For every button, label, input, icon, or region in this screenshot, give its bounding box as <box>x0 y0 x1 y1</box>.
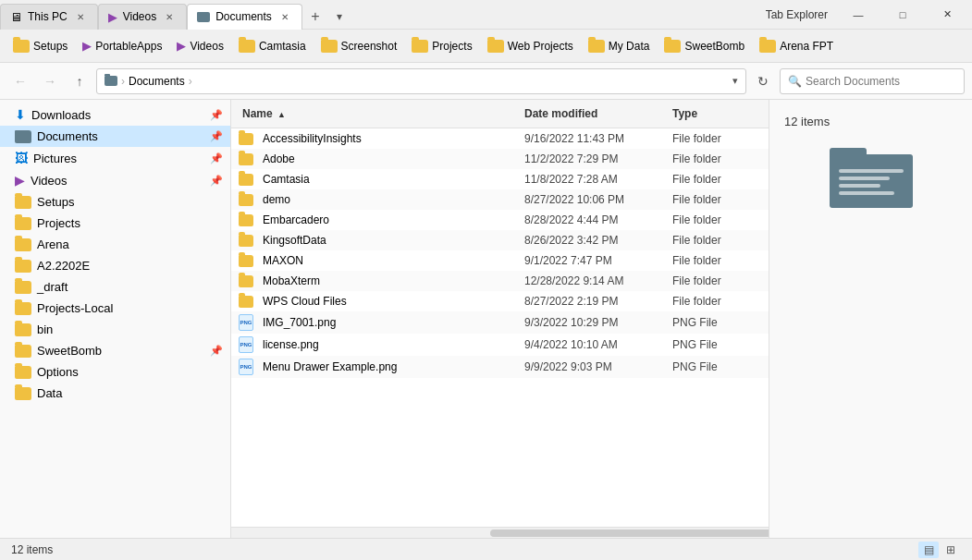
qa-webprojects-icon <box>487 40 504 53</box>
projectslocal-folder-icon <box>15 302 31 315</box>
qa-portableapps[interactable]: ▶ PortableApps <box>77 37 167 55</box>
qa-sweetbomb[interactable]: SweetBomb <box>658 38 750 55</box>
sidebar-options-label: Options <box>37 365 79 379</box>
sidebar-item-pictures[interactable]: 🖼 Pictures 📌 <box>0 147 230 169</box>
pin-icon-sweetbomb: 📌 <box>210 345 223 357</box>
sidebar-item-videos[interactable]: ▶ Videos 📌 <box>0 169 230 191</box>
table-row[interactable]: WPS Cloud Files 8/27/2022 2:19 PM File f… <box>231 291 769 311</box>
file-date-3: 8/27/2022 10:06 PM <box>521 192 669 207</box>
qa-mydata[interactable]: My Data <box>583 38 656 55</box>
col-type-header[interactable]: Type <box>669 103 761 124</box>
tab-videos-close[interactable]: ✕ <box>162 9 177 24</box>
sidebar-item-setups[interactable]: Setups <box>0 191 230 213</box>
table-row[interactable]: MAXON 9/1/2022 7:47 PM File folder <box>231 250 769 271</box>
address-bar[interactable]: › Documents › ▾ <box>96 68 746 94</box>
sort-arrow: ▲ <box>277 110 286 119</box>
maximize-button[interactable]: □ <box>881 0 924 30</box>
file-name-2: Camtasia <box>259 172 521 187</box>
sidebar-item-draft[interactable]: _draft <box>0 276 230 298</box>
file-type-5: File folder <box>669 233 761 248</box>
sweetbomb-folder-icon <box>15 345 31 358</box>
tab-thispc[interactable]: 🖥 This PC ✕ <box>0 4 98 30</box>
table-row[interactable]: demo 8/27/2022 10:06 PM File folder <box>231 189 769 210</box>
table-row[interactable]: KingsoftData 8/26/2022 3:42 PM File fold… <box>231 230 769 250</box>
file-name-10: license.png <box>259 337 521 352</box>
view-list-button[interactable]: ▤ <box>918 542 939 558</box>
table-row[interactable]: PNG Menu Drawer Example.png 9/9/2022 9:0… <box>231 356 769 378</box>
table-row[interactable]: AccessibilityInsights 9/16/2022 11:43 PM… <box>231 128 769 149</box>
back-button[interactable]: ← <box>7 68 33 94</box>
sidebar-item-documents[interactable]: Documents 📌 <box>0 126 230 147</box>
draft-folder-icon <box>15 281 31 294</box>
qa-webprojects[interactable]: Web Projects <box>482 38 579 55</box>
file-type-10: PNG File <box>669 337 761 352</box>
tab-videos[interactable]: ▶ Videos ✕ <box>98 4 187 30</box>
sidebar-sweetbomb-label: SweetBomb <box>37 344 102 358</box>
sidebar-item-projects-local[interactable]: Projects-Local <box>0 298 230 319</box>
tab-overflow-button[interactable]: ▾ <box>328 4 351 30</box>
qa-videos[interactable]: ▶ Videos <box>171 37 228 55</box>
file-date-2: 11/8/2022 7:28 AM <box>521 172 669 187</box>
table-row[interactable]: PNG IMG_7001.png 9/3/2022 10:29 PM PNG F… <box>231 311 769 334</box>
minimize-button[interactable]: — <box>837 0 880 30</box>
qa-projects-label: Projects <box>432 40 472 53</box>
sidebar-item-sweetbomb[interactable]: SweetBomb 📌 <box>0 340 230 361</box>
up-button[interactable]: ↑ <box>67 68 92 94</box>
qa-videos-icon: ▶ <box>177 39 186 53</box>
tab-documents-close[interactable]: ✕ <box>277 9 292 24</box>
main-area: ⬇ Downloads 📌 Documents 📌 🖼 Pictures 📌 ▶… <box>0 100 972 538</box>
documents-sidebar-icon <box>15 130 31 143</box>
sidebar-item-downloads[interactable]: ⬇ Downloads 📌 <box>0 103 230 126</box>
refresh-button[interactable]: ↻ <box>750 68 776 94</box>
tab-documents-icon <box>197 12 210 22</box>
pin-icon-videos: 📌 <box>210 175 223 187</box>
qa-camtasia[interactable]: Camtasia <box>233 38 312 55</box>
nav-bar: ← → ↑ › Documents › ▾ ↻ 🔍 <box>0 63 972 100</box>
qa-setups-icon <box>13 40 30 53</box>
search-box[interactable]: 🔍 <box>780 68 965 94</box>
qa-arenafpt[interactable]: Arena FPT <box>754 38 839 55</box>
qa-webprojects-label: Web Projects <box>508 40 573 53</box>
status-bar: 12 items ▤ ⊞ <box>0 538 972 560</box>
file-date-11: 9/9/2022 9:03 PM <box>521 359 669 374</box>
file-date-0: 9/16/2022 11:43 PM <box>521 131 669 146</box>
sidebar-item-bin[interactable]: bin <box>0 319 230 340</box>
table-row[interactable]: Adobe 11/2/2022 7:29 PM File folder <box>231 149 769 169</box>
file-type-8: File folder <box>669 294 761 309</box>
arena-folder-icon <box>15 238 31 251</box>
sidebar-a22202e-label: A2.2202E <box>37 259 90 273</box>
file-name-8: WPS Cloud Files <box>259 294 521 309</box>
qa-projects[interactable]: Projects <box>406 38 477 55</box>
qa-screenshot[interactable]: Screenshot <box>315 38 403 55</box>
scrollbar-thumb[interactable] <box>490 530 769 537</box>
forward-button[interactable]: → <box>37 68 63 94</box>
tab-documents[interactable]: Documents ✕ <box>187 4 302 30</box>
close-button[interactable]: ✕ <box>926 0 968 30</box>
sidebar-item-data[interactable]: Data <box>0 383 230 404</box>
address-folder-icon <box>105 76 117 86</box>
pin-icon-downloads: 📌 <box>210 109 223 121</box>
table-row[interactable]: Embarcadero 8/28/2022 4:44 PM File folde… <box>231 210 769 230</box>
sidebar-item-options[interactable]: Options <box>0 361 230 383</box>
sidebar-downloads-label: Downloads <box>31 108 91 122</box>
sidebar-item-a22202e[interactable]: A2.2202E <box>0 255 230 276</box>
new-tab-button[interactable]: + <box>302 4 328 30</box>
horizontal-scrollbar[interactable] <box>231 527 769 538</box>
view-grid-button[interactable]: ⊞ <box>941 542 961 558</box>
address-dropdown-button[interactable]: ▾ <box>732 75 738 87</box>
search-input[interactable] <box>806 75 956 88</box>
sidebar-bin-label: bin <box>37 323 53 336</box>
tab-thispc-close[interactable]: ✕ <box>73 9 88 24</box>
qa-setups[interactable]: Setups <box>7 38 73 55</box>
table-row[interactable]: MobaXterm 12/28/2022 9:14 AM File folder <box>231 271 769 291</box>
table-row[interactable]: Camtasia 11/8/2022 7:28 AM File folder <box>231 169 769 189</box>
table-row[interactable]: PNG license.png 9/4/2022 10:10 AM PNG Fi… <box>231 334 769 356</box>
sidebar-item-projects[interactable]: Projects <box>0 213 230 234</box>
file-list: AccessibilityInsights 9/16/2022 11:43 PM… <box>231 128 769 527</box>
file-date-1: 11/2/2022 7:29 PM <box>521 152 669 166</box>
address-segment-documents: Documents <box>129 75 185 88</box>
sidebar-item-arena[interactable]: Arena <box>0 234 230 255</box>
videos-icon: ▶ <box>15 173 25 188</box>
col-name-header[interactable]: Name ▲ <box>239 103 521 124</box>
col-date-header[interactable]: Date modified <box>521 103 669 124</box>
